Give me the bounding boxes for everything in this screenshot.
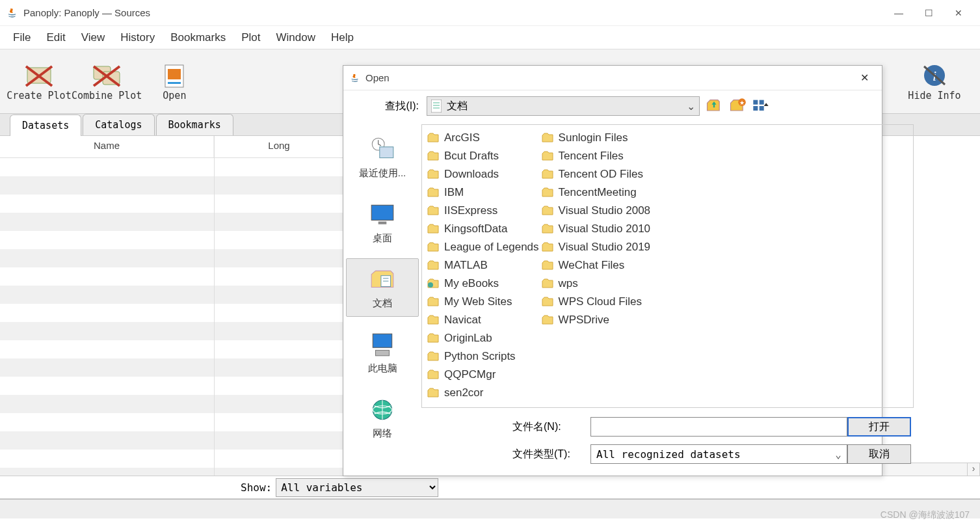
- file-item[interactable]: My eBooks: [427, 275, 539, 293]
- file-item[interactable]: My Web Sites: [427, 293, 539, 311]
- window-titlebar: Panoply: Panoply — Sources — ☐ ✕: [0, 0, 980, 26]
- file-item[interactable]: Visual Studio 2008: [542, 202, 650, 220]
- chevron-down-icon: ⌄: [835, 448, 841, 461]
- file-item[interactable]: MATLAB: [427, 256, 539, 275]
- file-item[interactable]: IBM: [427, 183, 539, 202]
- create-plot-button[interactable]: Create Plot: [7, 53, 72, 110]
- folder-icon: [542, 133, 553, 143]
- svg-rect-30: [373, 334, 391, 347]
- show-select[interactable]: All variables: [276, 478, 438, 497]
- dialog-fields: 文件名(N): 打开 文件类型(T): All recognized datas…: [421, 411, 919, 476]
- file-item-label: Downloads: [444, 168, 499, 181]
- combine-plot-button[interactable]: Combine Plot: [72, 53, 142, 110]
- tab-catalogs[interactable]: Catalogs: [83, 114, 154, 135]
- folder-icon: [427, 315, 439, 325]
- hide-info-button[interactable]: i Hide Info: [902, 53, 967, 110]
- folder-icon: [427, 224, 439, 234]
- file-item[interactable]: ArcGIS: [427, 129, 539, 147]
- file-item[interactable]: OriginLab: [427, 329, 539, 347]
- file-item-label: IISExpress: [444, 204, 497, 217]
- minimize-button[interactable]: —: [884, 3, 914, 23]
- menu-history[interactable]: History: [113, 27, 163, 48]
- file-item[interactable]: League of Legends: [427, 238, 539, 256]
- file-item[interactable]: Tencent OD Files: [542, 165, 650, 183]
- file-item-label: My eBooks: [444, 277, 499, 290]
- file-item-label: Tencent Files: [559, 150, 624, 163]
- open-dialog: Open ✕ 查找(I): 文档 ⌄ ★ 最近使用... 桌面 文档: [343, 65, 882, 476]
- file-item-label: IBM: [444, 186, 464, 199]
- file-item[interactable]: WPSDrive: [542, 311, 650, 329]
- file-item[interactable]: Downloads: [427, 165, 539, 183]
- java-icon: [350, 73, 360, 83]
- svg-rect-20: [760, 100, 764, 105]
- file-item-label: wps: [559, 277, 578, 290]
- file-item[interactable]: IISExpress: [427, 202, 539, 220]
- place-documents[interactable]: 文档: [346, 258, 419, 317]
- open-confirm-button[interactable]: 打开: [847, 417, 911, 437]
- file-item[interactable]: Visual Studio 2019: [542, 238, 650, 256]
- bottom-bar: Show: All variables: [0, 476, 980, 499]
- scroll-right-icon[interactable]: ›: [967, 463, 980, 476]
- svg-rect-13: [431, 100, 442, 113]
- info-icon: i: [919, 61, 950, 90]
- file-item[interactable]: Python Scripts: [427, 347, 539, 366]
- dialog-titlebar: Open ✕: [343, 66, 882, 90]
- file-item[interactable]: sen2cor: [427, 384, 539, 402]
- filename-input[interactable]: [590, 417, 847, 437]
- folder-icon: [542, 315, 553, 325]
- up-folder-button[interactable]: [705, 97, 723, 115]
- maximize-button[interactable]: ☐: [914, 3, 944, 23]
- tab-datasets[interactable]: Datasets: [10, 114, 81, 136]
- file-item[interactable]: TencentMeeting: [542, 183, 650, 202]
- hide-info-label: Hide Info: [908, 90, 960, 101]
- menu-plot[interactable]: Plot: [233, 27, 268, 48]
- file-item[interactable]: Navicat: [427, 311, 539, 329]
- place-computer[interactable]: 此电脑: [346, 323, 419, 382]
- computer-icon: [369, 331, 396, 358]
- folder-icon: [427, 333, 439, 343]
- folder-icon: [542, 224, 553, 234]
- file-item[interactable]: Visual Studio 2010: [542, 220, 650, 238]
- place-network[interactable]: 网络: [346, 388, 419, 447]
- file-item-label: WPS Cloud Files: [559, 295, 642, 308]
- file-list[interactable]: ArcGISBcut DraftsDownloadsIBMIISExpressK…: [421, 124, 914, 408]
- menu-view[interactable]: View: [73, 27, 113, 48]
- svg-rect-25: [371, 205, 393, 220]
- desktop-icon: [369, 201, 396, 228]
- file-item[interactable]: Sunlogin Files: [542, 129, 650, 147]
- file-item[interactable]: wps: [542, 275, 650, 293]
- file-item[interactable]: WeChat Files: [542, 256, 650, 275]
- tab-bookmarks[interactable]: Bookmarks: [156, 114, 233, 135]
- file-item-label: League of Legends: [444, 241, 539, 254]
- new-folder-button[interactable]: ★: [728, 97, 747, 115]
- menu-edit[interactable]: Edit: [38, 27, 73, 48]
- file-item-label: Sunlogin Files: [559, 131, 628, 144]
- show-label: Show:: [241, 481, 272, 494]
- dialog-close-button[interactable]: ✕: [854, 69, 875, 87]
- table-header: Name: [0, 136, 214, 158]
- menu-bookmarks[interactable]: Bookmarks: [163, 27, 233, 48]
- lookin-combo[interactable]: 文档 ⌄: [427, 96, 700, 116]
- filetype-label: 文件类型(T):: [512, 448, 590, 461]
- cancel-button[interactable]: 取消: [847, 444, 911, 464]
- close-button[interactable]: ✕: [944, 3, 973, 23]
- file-item[interactable]: KingsoftData: [427, 220, 539, 238]
- col-long[interactable]: Long: [215, 136, 344, 157]
- file-item[interactable]: Tencent Files: [542, 147, 650, 165]
- view-options-button[interactable]: [752, 97, 770, 115]
- file-item-label: Navicat: [444, 314, 481, 327]
- folder-icon: [542, 169, 553, 180]
- place-recent[interactable]: 最近使用...: [346, 128, 419, 187]
- filetype-combo[interactable]: All recognized datasets ⌄: [590, 444, 847, 464]
- menu-help[interactable]: Help: [323, 27, 362, 48]
- menu-file[interactable]: File: [5, 27, 38, 48]
- file-item[interactable]: WPS Cloud Files: [542, 293, 650, 311]
- place-desktop[interactable]: 桌面: [346, 193, 419, 252]
- combine-plot-icon: [91, 61, 122, 90]
- col-name[interactable]: Name: [0, 136, 214, 157]
- file-item[interactable]: QQPCMgr: [427, 366, 539, 384]
- file-item[interactable]: Bcut Drafts: [427, 147, 539, 165]
- menu-window[interactable]: Window: [268, 27, 323, 48]
- file-item-label: Tencent OD Files: [559, 168, 643, 181]
- open-button[interactable]: Open: [142, 53, 207, 110]
